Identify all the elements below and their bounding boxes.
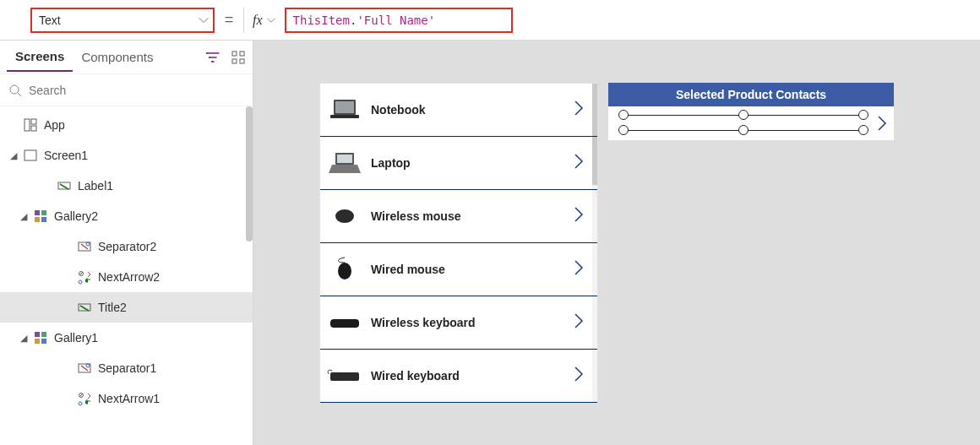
svg-rect-14 xyxy=(35,210,40,215)
svg-rect-25 xyxy=(41,339,46,344)
chevron-right-icon[interactable] xyxy=(570,366,591,386)
chevron-down-icon[interactable] xyxy=(193,9,213,31)
collapse-icon[interactable]: ◢ xyxy=(15,211,32,222)
svg-rect-36 xyxy=(330,319,359,328)
tab-screens[interactable]: Screens xyxy=(7,42,73,72)
tab-components[interactable]: Components xyxy=(73,43,161,71)
iconctrl-icon xyxy=(76,390,93,407)
product-title: Wireless keyboard xyxy=(371,316,570,329)
property-dropdown[interactable] xyxy=(30,8,215,33)
svg-point-27 xyxy=(86,364,90,367)
canvas[interactable]: NotebookLaptopWireless mouseWired mouseW… xyxy=(253,41,980,445)
separator-icon xyxy=(76,238,93,255)
chevron-right-icon[interactable] xyxy=(570,153,591,173)
svg-point-35 xyxy=(338,263,351,279)
selection-handle[interactable] xyxy=(618,110,629,120)
product-row[interactable]: Laptop xyxy=(320,137,597,190)
tree: App◢Screen1Label1◢Gallery2Separator2Next… xyxy=(0,106,253,445)
tree-node-label: NextArrow2 xyxy=(98,270,160,284)
product-row[interactable]: Wired mouse xyxy=(320,243,597,296)
svg-rect-30 xyxy=(335,101,354,113)
tree-node-label: Separator1 xyxy=(98,361,156,375)
tree-node-gallery2[interactable]: ◢Gallery2 xyxy=(0,201,253,231)
svg-rect-3 xyxy=(232,52,237,56)
svg-rect-12 xyxy=(24,150,36,160)
svg-rect-15 xyxy=(41,210,46,215)
product-image xyxy=(327,96,362,123)
chevron-right-icon[interactable] xyxy=(570,259,591,279)
tree-node-nextarrow2[interactable]: NextArrow2 xyxy=(0,262,253,292)
product-row[interactable]: Wireless mouse xyxy=(320,190,597,243)
product-image xyxy=(327,362,362,389)
product-row[interactable]: Wireless keyboard xyxy=(320,296,597,350)
tree-node-separator1[interactable]: Separator1 xyxy=(0,353,253,383)
product-row[interactable]: Wired keyboard xyxy=(320,350,597,403)
tree-node-title2[interactable]: Title2 xyxy=(0,292,253,323)
product-title: Wireless mouse xyxy=(371,209,570,223)
collapse-icon[interactable]: ◢ xyxy=(5,150,22,161)
product-image xyxy=(327,149,362,176)
svg-rect-23 xyxy=(41,332,46,337)
tree-node-gallery1[interactable]: ◢Gallery1 xyxy=(0,323,253,353)
contacts-header[interactable]: Selected Product Contacts xyxy=(608,83,894,106)
product-title: Wired keyboard xyxy=(371,369,570,383)
property-input[interactable] xyxy=(32,14,193,27)
svg-line-8 xyxy=(18,93,21,96)
chevron-right-icon[interactable] xyxy=(570,312,591,333)
tree-node-label: Title2 xyxy=(98,301,127,314)
tree-node-screen1[interactable]: ◢Screen1 xyxy=(0,140,253,171)
product-image xyxy=(327,309,362,336)
chevron-right-icon[interactable] xyxy=(570,206,591,226)
tree-node-label1[interactable]: Label1 xyxy=(0,171,253,201)
svg-rect-16 xyxy=(35,217,40,222)
search-input[interactable] xyxy=(22,84,244,97)
gallery2-template[interactable] xyxy=(610,108,892,138)
tree-node-separator2[interactable]: Separator2 xyxy=(0,231,253,262)
svg-rect-10 xyxy=(31,119,36,124)
formula-input[interactable]: ThisItem.'Full Name' xyxy=(285,8,513,33)
tree-node-app[interactable]: App xyxy=(0,110,253,140)
svg-point-7 xyxy=(10,85,19,94)
separator-icon xyxy=(76,360,93,377)
selection-handle[interactable] xyxy=(858,110,868,120)
tree-node-label: Screen1 xyxy=(44,149,88,162)
svg-rect-6 xyxy=(240,59,244,63)
fx-label[interactable]: fx xyxy=(244,13,285,28)
iconctrl-icon xyxy=(76,269,93,285)
selection-handle[interactable] xyxy=(738,125,749,135)
tree-node-label: Separator2 xyxy=(98,240,156,253)
svg-rect-11 xyxy=(31,126,36,131)
svg-rect-17 xyxy=(41,217,46,222)
product-row[interactable]: Notebook xyxy=(320,84,597,137)
search-row xyxy=(0,74,253,106)
svg-point-0 xyxy=(206,52,208,54)
tree-node-label: Gallery2 xyxy=(54,209,98,223)
product-title: Laptop xyxy=(371,156,570,170)
tree-panel: Screens Components App◢Screen1Label1◢Gal… xyxy=(0,41,253,445)
search-icon xyxy=(8,84,22,97)
product-image xyxy=(327,256,362,283)
gallery2[interactable] xyxy=(608,106,894,140)
nextarrow2-icon[interactable] xyxy=(874,115,890,132)
tree-node-label: Gallery1 xyxy=(54,331,98,345)
gallery-icon xyxy=(32,329,49,346)
svg-rect-21 xyxy=(79,304,90,311)
svg-rect-24 xyxy=(35,339,40,344)
grid-view-icon[interactable] xyxy=(231,50,246,65)
gallery1[interactable]: NotebookLaptopWireless mouseWired mouseW… xyxy=(319,83,598,404)
collapse-icon[interactable]: ◢ xyxy=(15,333,32,344)
equals-label: = xyxy=(215,11,243,29)
gallery-icon xyxy=(32,208,49,225)
selection-handle[interactable] xyxy=(618,125,629,135)
screen1-surface[interactable]: NotebookLaptopWireless mouseWired mouseW… xyxy=(319,83,894,404)
svg-point-2 xyxy=(211,61,213,62)
chevron-right-icon[interactable] xyxy=(570,100,591,120)
tree-scrollbar[interactable] xyxy=(246,106,253,241)
tree-node-nextarrow1[interactable]: NextArrow1 xyxy=(0,383,253,414)
tree-node-label: App xyxy=(44,118,65,132)
tabs-row: Screens Components xyxy=(0,41,253,74)
selection-handle[interactable] xyxy=(858,125,868,135)
formula-area: fx ThisItem.'Full Name' xyxy=(243,8,972,33)
filter-list-icon[interactable] xyxy=(205,50,220,65)
selection-handle[interactable] xyxy=(738,110,749,120)
